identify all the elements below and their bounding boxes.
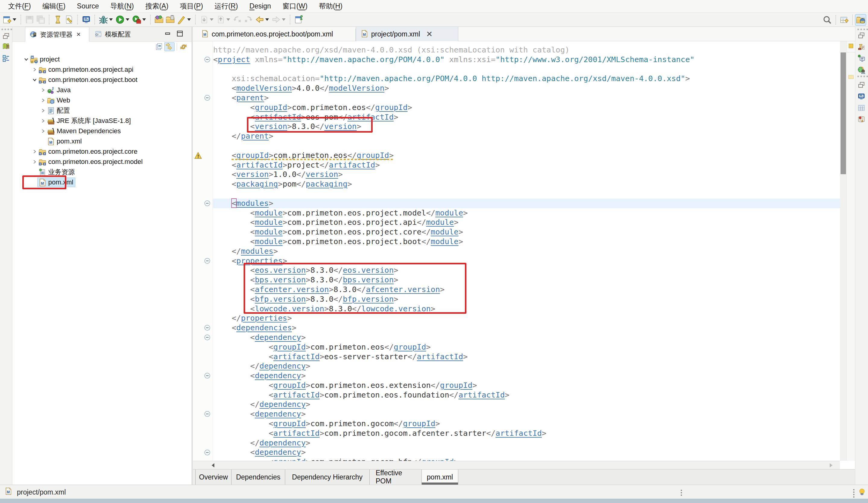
editor-tab-2[interactable]: Mproject/pom.xml✕ — [356, 27, 458, 41]
editor-vertical-scrollbar[interactable] — [840, 41, 847, 461]
tree-closed-arrow[interactable] — [40, 108, 46, 114]
menu-3[interactable]: Source — [71, 2, 105, 10]
menu-1[interactable]: 文件(F) — [2, 1, 37, 11]
folder-clip-button[interactable] — [165, 14, 176, 25]
panel-tab-2[interactable]: 模板配置 — [90, 27, 141, 42]
pin-note-button[interactable] — [293, 14, 304, 25]
fold-collapse-icon[interactable] — [193, 372, 213, 379]
run-tool-dropdown[interactable] — [142, 18, 146, 21]
run-dropdown[interactable] — [126, 18, 130, 21]
map-marker-icon[interactable] — [857, 115, 866, 124]
editor-tab-1[interactable]: Mcom.primeton.eos.project.boot/pom.xml — [197, 27, 356, 41]
save-all-button[interactable] — [35, 14, 46, 25]
save-button[interactable] — [24, 14, 35, 25]
fold-collapse-icon[interactable] — [193, 449, 213, 456]
close-tab-icon[interactable]: ✕ — [426, 30, 433, 39]
tree-closed-arrow[interactable] — [40, 128, 46, 134]
run-button[interactable] — [114, 14, 125, 25]
pen-button[interactable] — [176, 14, 187, 25]
tree-item-com-primeton-eos-project-api[interactable]: com.primeton.eos.project.api — [12, 64, 192, 75]
sync-icon[interactable] — [178, 42, 188, 51]
folder-ball-button[interactable] — [154, 14, 165, 25]
fold-collapse-icon[interactable] — [193, 200, 213, 207]
tree-item--[interactable]: 业务资源 — [12, 167, 192, 177]
menu-4[interactable]: 导航(N) — [105, 1, 140, 11]
run-tool-button[interactable] — [131, 14, 142, 25]
restore-icon[interactable] — [2, 32, 11, 41]
tree-item-java[interactable]: JJava — [12, 85, 192, 95]
code-area[interactable]: http://maven.apache.org/xsd/maven-4.0.0.… — [193, 41, 840, 461]
fold-collapse-icon[interactable] — [193, 258, 213, 264]
new-wizard-button[interactable] — [1, 14, 12, 25]
pom-page-tab-dependency-hierarchy[interactable]: Dependency Hierarchy — [285, 470, 370, 485]
search-button[interactable] — [822, 14, 833, 25]
editor-horizontal-scrollbar[interactable] — [193, 461, 840, 469]
overview-ruler[interactable] — [847, 41, 855, 461]
export-button[interactable] — [215, 14, 226, 25]
pom-page-tab-effective-pom[interactable]: Effective POM — [370, 470, 422, 485]
pen-dropdown[interactable] — [187, 18, 191, 21]
fold-collapse-icon[interactable] — [193, 410, 213, 417]
tree-item-pom-xml[interactable]: Mpom.xml — [12, 136, 192, 146]
menu-6[interactable]: 项目(P) — [174, 1, 209, 11]
monitor-node-icon[interactable] — [857, 54, 866, 63]
pom-page-tab-dependencies[interactable]: Dependencies — [231, 470, 285, 485]
tree-item--[interactable]: 配置 — [12, 105, 192, 116]
back-gold-button[interactable] — [254, 14, 265, 25]
tree-closed-arrow[interactable] — [32, 159, 38, 165]
collapse-all-icon[interactable] — [154, 42, 164, 51]
pom-page-tab-pom-xml[interactable]: pom.xml — [422, 470, 458, 485]
debug-dropdown[interactable] — [109, 18, 113, 21]
import-dropdown[interactable] — [210, 18, 214, 21]
persp-button[interactable] — [839, 14, 850, 25]
persp-java-button[interactable] — [855, 14, 866, 25]
restore-icon[interactable] — [857, 32, 866, 40]
menu-8[interactable]: Design — [244, 2, 277, 10]
fold-collapse-icon[interactable] — [193, 94, 213, 101]
tree-item-maven-dependencies[interactable]: Maven Dependencies — [12, 126, 192, 136]
tree-closed-arrow[interactable] — [40, 118, 46, 124]
tree-closed-arrow[interactable] — [32, 149, 38, 155]
close-tab-icon[interactable]: × — [76, 30, 81, 39]
export-dropdown[interactable] — [226, 18, 230, 21]
menu-2[interactable]: 编辑(E) — [37, 1, 71, 11]
tree-open-arrow[interactable] — [23, 56, 29, 62]
console-button[interactable] — [81, 14, 92, 25]
globe-user-icon[interactable] — [857, 66, 866, 74]
pom-page-tab-overview[interactable]: Overview — [195, 470, 231, 485]
restore-icon[interactable] — [857, 81, 866, 90]
link-editor-icon[interactable] — [164, 42, 175, 51]
import-button[interactable] — [198, 14, 209, 25]
menu-9[interactable]: 窗口(W) — [277, 1, 313, 11]
jar-doc-icon[interactable] — [857, 42, 866, 51]
fold-collapse-icon[interactable] — [193, 324, 213, 331]
redo-x-button[interactable] — [243, 14, 254, 25]
menu-7[interactable]: 运行(R) — [209, 1, 244, 11]
fwd-gray-dropdown[interactable] — [282, 18, 286, 21]
undo-x-button[interactable] — [231, 14, 243, 25]
tree-item-com-primeton-eos-project-core[interactable]: com.primeton.eos.project.core — [12, 146, 192, 157]
debug-button[interactable] — [98, 14, 109, 25]
spool-button[interactable] — [52, 14, 63, 25]
menu-5[interactable]: 搜索(A) — [140, 1, 174, 11]
map-icon[interactable] — [2, 42, 11, 51]
tree-closed-arrow[interactable] — [40, 97, 46, 103]
panel-tab-1[interactable]: 资源管理器× — [25, 27, 89, 42]
fold-collapse-icon[interactable] — [193, 56, 213, 63]
tree-item-jre-javase-1-8-[interactable]: JRE 系统库 [JavaSE-1.8] — [12, 116, 192, 126]
tree-closed-arrow[interactable] — [32, 66, 38, 73]
console-blue-icon[interactable] — [857, 93, 866, 101]
tree-item-com-primeton-eos-project-boot[interactable]: com.primeton.eos.project.boot — [12, 75, 192, 85]
menu-10[interactable]: 帮助(H) — [313, 1, 348, 11]
tree-item-pom-xml[interactable]: Mpom.xml — [12, 177, 192, 187]
fold-collapse-icon[interactable] — [193, 334, 213, 341]
back-gold-dropdown[interactable] — [265, 18, 269, 21]
doc-diamond-button[interactable] — [63, 14, 74, 25]
tree-closed-arrow[interactable] — [40, 87, 46, 93]
fwd-gray-button[interactable] — [270, 14, 282, 25]
tree-item-com-primeton-eos-project-model[interactable]: com.primeton.eos.project.model — [12, 157, 192, 167]
new-wizard-dropdown[interactable] — [13, 18, 16, 21]
tree-item-project[interactable]: M!project — [12, 54, 192, 64]
table-icon[interactable] — [857, 104, 866, 113]
tree-open-arrow[interactable] — [32, 77, 38, 83]
